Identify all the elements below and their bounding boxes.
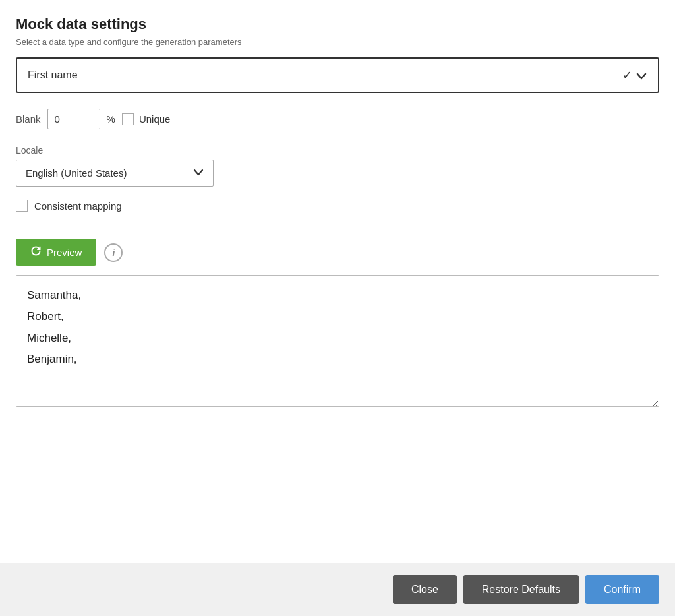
dialog-body: Mock data settings Select a data type an…: [0, 0, 675, 563]
info-icon[interactable]: i: [104, 243, 123, 262]
refresh-icon: [30, 245, 42, 259]
unique-checkbox-wrapper: Unique: [122, 113, 171, 125]
restore-defaults-button[interactable]: Restore Defaults: [463, 575, 579, 604]
preview-result-line: Samantha,: [27, 285, 648, 306]
data-type-chevron-icon: ✓: [622, 68, 647, 82]
preview-result-line: Benjamin,: [27, 349, 648, 370]
locale-chevron-icon: [193, 167, 204, 179]
locale-section: Locale English (United States): [16, 145, 659, 187]
preview-result-box[interactable]: Samantha,Robert,Michelle,Benjamin,: [16, 275, 659, 407]
consistent-mapping-label: Consistent mapping: [34, 200, 122, 212]
consistent-mapping-row: Consistent mapping: [16, 200, 659, 212]
unique-label: Unique: [139, 113, 171, 125]
preview-button-label: Preview: [47, 247, 82, 258]
dialog: Mock data settings Select a data type an…: [0, 0, 675, 616]
preview-row: Preview i: [16, 239, 659, 266]
divider: [16, 228, 659, 228]
locale-label: Locale: [16, 145, 659, 156]
preview-button[interactable]: Preview: [16, 239, 96, 266]
preview-result-line: Michelle,: [27, 328, 648, 349]
unique-checkbox[interactable]: [122, 113, 134, 125]
locale-select[interactable]: English (United States): [16, 160, 214, 187]
dialog-footer: Close Restore Defaults Confirm: [0, 563, 675, 616]
dialog-title: Mock data settings: [16, 16, 659, 33]
dialog-subtitle: Select a data type and configure the gen…: [16, 37, 659, 47]
preview-result-line: Robert,: [27, 306, 648, 327]
percent-label: %: [107, 113, 115, 125]
locale-select-value: English (United States): [26, 168, 127, 179]
consistent-mapping-checkbox[interactable]: [16, 200, 28, 212]
data-type-select[interactable]: First name ✓: [16, 57, 659, 93]
blank-input[interactable]: [47, 109, 100, 129]
close-button[interactable]: Close: [393, 575, 457, 604]
data-type-select-value: First name: [28, 69, 78, 81]
blank-label: Blank: [16, 113, 41, 125]
confirm-button[interactable]: Confirm: [585, 575, 659, 604]
blank-row: Blank % Unique: [16, 109, 659, 129]
